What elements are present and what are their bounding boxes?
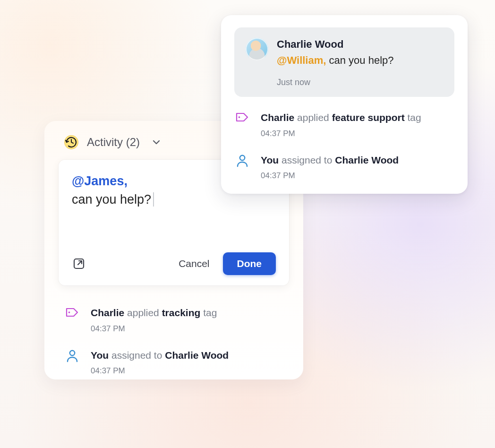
activity-time: 04:37 PM bbox=[91, 324, 217, 334]
done-button[interactable]: Done bbox=[223, 252, 276, 275]
activity-text: You assigned to Charlie Wood bbox=[91, 348, 229, 363]
tag-icon bbox=[234, 110, 250, 123]
tag-icon bbox=[64, 305, 80, 319]
notification-card: Charlie Wood @William, can you help? Jus… bbox=[221, 15, 468, 194]
notification-activity-list: Charlie applied feature support tag 04:3… bbox=[221, 97, 468, 181]
svg-point-0 bbox=[239, 116, 240, 118]
notification-message: @William, can you help? bbox=[277, 53, 394, 68]
panel-activity-list: Charlie applied tracking tag 04:37 PM Yo… bbox=[44, 285, 303, 376]
activity-text: You assigned to Charlie Wood bbox=[261, 153, 399, 168]
expand-icon[interactable] bbox=[72, 257, 86, 271]
activity-text: Charlie applied tracking tag bbox=[91, 305, 217, 320]
avatar bbox=[246, 38, 268, 60]
svg-point-1 bbox=[240, 155, 245, 160]
history-icon bbox=[64, 135, 78, 149]
user-icon bbox=[64, 348, 80, 363]
compose-actions: Cancel Done bbox=[72, 252, 276, 275]
activity-title: Activity (2) bbox=[87, 136, 140, 149]
notification-header: Charlie Wood @William, can you help? Jus… bbox=[234, 27, 454, 97]
cancel-button[interactable]: Cancel bbox=[176, 253, 212, 274]
mention[interactable]: @James, bbox=[72, 174, 128, 188]
activity-row: Charlie applied tracking tag 04:37 PM bbox=[64, 305, 283, 334]
user-icon bbox=[234, 153, 250, 168]
svg-point-3 bbox=[68, 311, 70, 313]
mention[interactable]: @William, bbox=[277, 54, 326, 66]
activity-time: 04:37 PM bbox=[261, 129, 421, 138]
activity-row: You assigned to Charlie Wood 04:37 PM bbox=[234, 153, 454, 181]
svg-point-4 bbox=[70, 351, 75, 355]
activity-row: Charlie applied feature support tag 04:3… bbox=[234, 110, 454, 138]
text-cursor bbox=[153, 192, 154, 207]
compose-rest: can you help? bbox=[72, 192, 151, 207]
activity-text: Charlie applied feature support tag bbox=[261, 110, 421, 125]
notification-timestamp: Just now bbox=[277, 78, 394, 87]
activity-time: 04:37 PM bbox=[261, 171, 399, 181]
activity-time: 04:37 PM bbox=[91, 366, 229, 376]
notification-author: Charlie Wood bbox=[277, 38, 394, 52]
chevron-down-icon[interactable] bbox=[151, 137, 162, 147]
message-text: can you help? bbox=[326, 54, 393, 66]
activity-row: You assigned to Charlie Wood 04:37 PM bbox=[64, 348, 283, 376]
